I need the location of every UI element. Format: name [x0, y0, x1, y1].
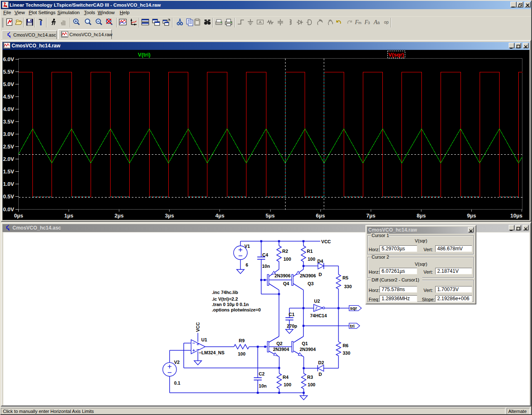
svg-text:U1: U1 — [201, 337, 207, 342]
svg-text:7µs: 7µs — [366, 212, 375, 219]
svg-text:U2: U2 — [314, 299, 320, 304]
svg-text:0.1: 0.1 — [174, 380, 180, 385]
svg-text:0µs: 0µs — [14, 212, 23, 219]
svg-text:4.5V: 4.5V — [3, 94, 14, 100]
svg-text:.inc 74hc.lib: .inc 74hc.lib — [212, 290, 238, 295]
svg-text:0.5V: 0.5V — [3, 193, 14, 200]
svg-text:100: 100 — [308, 382, 315, 387]
svg-text:V2: V2 — [174, 360, 180, 365]
svg-text:2.5V: 2.5V — [3, 143, 14, 150]
svg-text:D: D — [318, 272, 322, 277]
svg-text:2N3904: 2N3904 — [273, 347, 289, 352]
svg-text:R2: R2 — [282, 249, 288, 254]
svg-text:10n: 10n — [259, 383, 267, 388]
svg-text:m: m — [358, 21, 362, 25]
svg-text:VCC: VCC — [195, 322, 200, 332]
svg-text:Q1: Q1 — [302, 341, 308, 346]
svg-text:6: 6 — [246, 262, 248, 267]
svg-text:4µs: 4µs — [215, 212, 224, 219]
svg-text:100: 100 — [283, 257, 291, 262]
svg-text:0.0V: 0.0V — [3, 206, 14, 212]
svg-text:100: 100 — [308, 257, 315, 262]
svg-text:330: 330 — [344, 284, 352, 289]
svg-text:R3: R3 — [307, 375, 313, 380]
svg-text:270p: 270p — [287, 324, 297, 329]
svg-text:2µs: 2µs — [115, 212, 124, 219]
svg-text:3.5V: 3.5V — [3, 119, 14, 125]
svg-text:R6: R6 — [342, 343, 348, 348]
svg-text:9µs: 9µs — [467, 212, 476, 219]
svg-text:4.0V: 4.0V — [3, 106, 14, 112]
svg-text:3.0V: 3.0V — [3, 131, 14, 137]
svg-text:2.0V: 2.0V — [3, 156, 14, 162]
svg-text:op: op — [384, 20, 389, 25]
svg-text:.ic V(tri)=2.2: .ic V(tri)=2.2 — [212, 296, 238, 301]
svg-text:.tran 0 10µ 0 0.1n: .tran 0 10µ 0 0.1n — [212, 302, 249, 307]
svg-text:C1: C1 — [289, 312, 295, 317]
svg-text:5µs: 5µs — [266, 212, 275, 219]
svg-text:6µs: 6µs — [316, 212, 325, 219]
svg-text:8µs: 8µs — [416, 212, 426, 219]
svg-text:R5: R5 — [342, 275, 348, 280]
svg-text:2N3906: 2N3906 — [300, 273, 316, 278]
svg-text:D: D — [319, 372, 322, 377]
svg-text:74HC14: 74HC14 — [310, 313, 327, 318]
svg-text:D2: D2 — [318, 360, 324, 365]
svg-text:10n: 10n — [262, 264, 270, 269]
svg-text:C2: C2 — [259, 371, 265, 376]
svg-text:V(sqr): V(sqr) — [388, 52, 404, 58]
svg-text:2N3906: 2N3906 — [275, 273, 291, 278]
svg-text:VCC: VCC — [321, 239, 331, 244]
svg-text:330: 330 — [342, 351, 350, 356]
svg-text:5.0V: 5.0V — [3, 81, 14, 87]
svg-text:100: 100 — [284, 382, 291, 387]
svg-text:Q4: Q4 — [283, 281, 290, 286]
svg-text:C4: C4 — [262, 252, 268, 257]
svg-text:1µs: 1µs — [64, 212, 73, 219]
svg-text:R4: R4 — [283, 375, 289, 380]
svg-text:–LM324_NS: –LM324_NS — [199, 350, 224, 355]
svg-text:1.5V: 1.5V — [3, 168, 14, 175]
svg-text:R9: R9 — [239, 338, 245, 343]
svg-text:2N3904: 2N3904 — [300, 347, 316, 352]
svg-text:5.5V: 5.5V — [3, 69, 14, 75]
svg-text:tri: tri — [350, 324, 355, 329]
svg-text:a: a — [377, 20, 380, 25]
svg-text:3µs: 3µs — [165, 212, 174, 219]
svg-text:Q3: Q3 — [308, 281, 314, 286]
svg-text:V1: V1 — [244, 244, 250, 249]
svg-text:sqr: sqr — [350, 306, 357, 311]
svg-text:V(tri): V(tri) — [138, 52, 150, 58]
svg-text:100: 100 — [238, 351, 245, 356]
svg-text:6.0V: 6.0V — [3, 56, 14, 62]
svg-text:10µs: 10µs — [510, 212, 522, 219]
svg-text:.options plotwinsize=0: .options plotwinsize=0 — [212, 307, 261, 312]
svg-text:1.0V: 1.0V — [3, 181, 14, 187]
svg-text:3: 3 — [368, 21, 370, 25]
svg-text:Q2: Q2 — [276, 341, 283, 346]
svg-text:D4: D4 — [318, 259, 324, 264]
svg-text:R1: R1 — [307, 249, 313, 254]
